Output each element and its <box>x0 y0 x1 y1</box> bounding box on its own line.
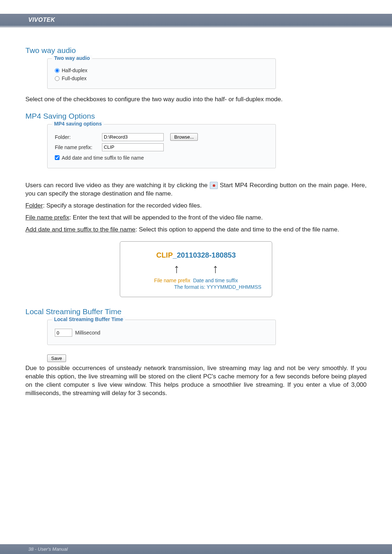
save-button[interactable]: Save <box>47 354 66 362</box>
example-sep: _ <box>173 251 177 259</box>
prefix-input[interactable] <box>102 143 164 151</box>
buffer-fieldset: Local Streaming Buffer Time Millisecond <box>47 320 276 345</box>
record-icon <box>210 182 218 189</box>
full-duplex-radio[interactable] <box>55 76 60 81</box>
filename-example: CLIP_20110328-180853 ↑ ↑ File name prefi… <box>120 241 272 297</box>
folder-desc: Folder: Specify a storage destination fo… <box>25 202 367 210</box>
buffer-desc: Due to possible occurrences of unsteady … <box>25 364 367 398</box>
suffix-desc: Add date and time suffix to the file nam… <box>25 226 367 234</box>
prefix-label: File name prefix: <box>55 144 102 150</box>
buffer-title: Local Streaming Buffer Time <box>25 307 367 316</box>
arrow-up-icon: ↑ <box>212 262 219 276</box>
example-prefix: CLIP <box>156 251 173 259</box>
page-content: Two way audio Two way audio Half-duplex … <box>0 27 392 398</box>
folder-desc-text: : Specify a storage destination for the … <box>43 202 202 209</box>
twoway-fieldset: Two way audio Half-duplex Full-duplex <box>47 58 276 89</box>
footer-text: 38 - User's Manual <box>28 546 68 552</box>
prefix-desc-label: File name prefix <box>25 214 69 221</box>
mp4-fieldset: MP4 saving options Folder: Browse... Fil… <box>47 124 276 168</box>
suffix-check-label: Add date and time suffix to file name <box>62 155 144 161</box>
buffer-row: Millisecond <box>55 329 268 337</box>
mp4-para1: Users can record live video as they are … <box>25 181 367 198</box>
mp4-title: MP4 Saving Options <box>25 112 367 120</box>
example-format: The format is: YYYYMMDD_HHMMSS <box>174 284 261 290</box>
half-duplex-radio[interactable] <box>55 68 60 73</box>
twoway-desc: Select one of the checkboxes to configur… <box>25 95 367 104</box>
prefix-row: File name prefix: <box>55 143 268 151</box>
prefix-desc-text: : Enter the text that will be appended t… <box>69 214 263 221</box>
buffer-unit: Millisecond <box>75 330 100 336</box>
mp4-para1a: Users can record live video as they are … <box>25 182 210 189</box>
suffix-checkbox[interactable] <box>55 155 60 160</box>
page-footer: 38 - User's Manual <box>0 544 392 554</box>
folder-desc-label: Folder <box>25 202 43 209</box>
browse-button[interactable]: Browse... <box>170 133 198 141</box>
example-labels: File name prefix Date and time suffix Th… <box>127 277 265 290</box>
twoway-legend: Two way audio <box>52 55 92 61</box>
full-duplex-label: Full-duplex <box>62 75 86 81</box>
example-arrows: ↑ ↑ <box>127 262 265 276</box>
half-duplex-row: Half-duplex <box>55 67 268 73</box>
suffix-desc-text: : Select this option to append the date … <box>135 226 339 233</box>
page-header: VIVOTEK <box>0 14 392 26</box>
example-label-suffix: Date and time suffix <box>193 278 238 283</box>
brand-text: VIVOTEK <box>28 17 55 23</box>
buffer-input[interactable] <box>55 329 72 337</box>
full-duplex-row: Full-duplex <box>55 75 268 81</box>
buffer-legend: Local Streaming Buffer Time <box>52 316 125 322</box>
half-duplex-label: Half-duplex <box>62 67 87 73</box>
folder-row: Folder: Browse... <box>55 133 268 141</box>
folder-label: Folder: <box>55 134 102 140</box>
suffix-check-row: Add date and time suffix to file name <box>55 155 268 161</box>
prefix-desc: File name prefix: Enter the text that wi… <box>25 214 367 222</box>
arrow-up-icon: ↑ <box>173 262 180 276</box>
twoway-title: Two way audio <box>25 46 367 55</box>
example-suffix: 20110328-180853 <box>177 251 236 259</box>
mp4-legend: MP4 saving options <box>52 121 104 127</box>
example-filename: CLIP_20110328-180853 <box>127 251 265 259</box>
example-label-prefix: File name prefix <box>154 278 191 283</box>
folder-input[interactable] <box>102 133 164 141</box>
suffix-desc-label: Add date and time suffix to the file nam… <box>25 226 135 233</box>
